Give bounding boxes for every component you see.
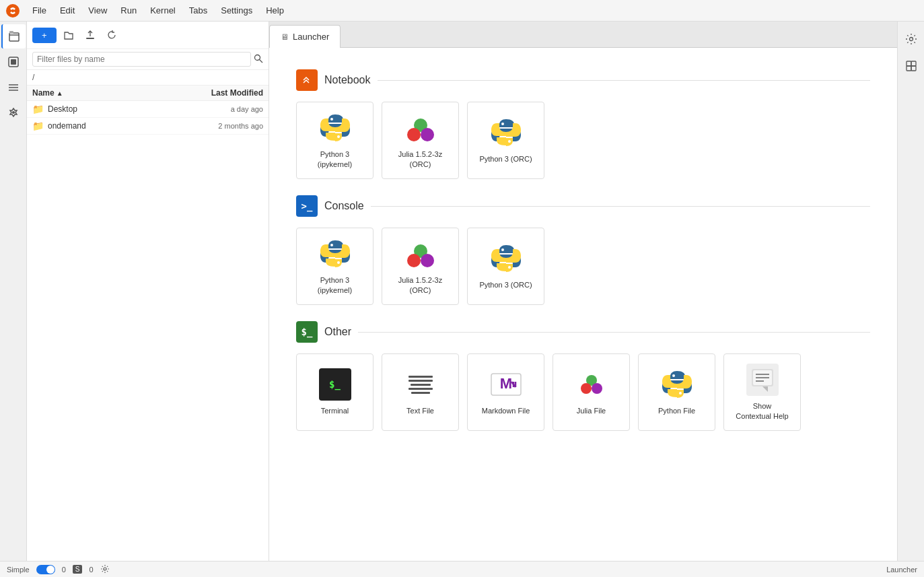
settings-icon-right[interactable] [899,27,923,51]
svg-text:M: M [499,375,511,392]
right-sidebar [897,22,924,561]
sidebar-icon-running[interactable] [1,50,26,74]
console-card-julia-label: Julia 1.5.2-3z(ORC) [398,275,442,295]
breadcrumb: / [27,70,269,86]
svg-point-24 [421,254,434,267]
name-column-header[interactable]: Name ▲ [32,88,176,98]
modified-column-header[interactable]: Last Modified [176,88,263,98]
svg-point-14 [337,135,340,138]
console-card-py3-orc[interactable]: Python 3 (ORC) [467,228,544,305]
folder-icon: 📁 [32,104,44,114]
other-card-text-file-label: Text File [406,406,434,415]
simple-toggle[interactable] [36,565,55,574]
other-card-julia-file[interactable]: Julia File [553,353,630,431]
search-input[interactable] [32,52,251,67]
menu-kernel[interactable]: Kernel [145,4,181,17]
notebook-card-julia-label: Julia 1.5.2-3z(ORC) [398,149,442,169]
console-cards-row: Python 3(ipykernel) Julia 1.5.2-3z(ORC) [296,228,870,305]
notebook-section-title: Notebook [324,74,371,86]
other-card-julia-file-label: Julia File [577,406,606,415]
svg-point-21 [337,261,340,264]
svg-point-30 [581,383,592,394]
console-divider [371,206,870,207]
console-section-header: >_ Console [296,195,870,217]
file-browser: + / Name ▲ Last Modified [27,22,269,561]
svg-point-0 [6,4,20,18]
file-item-desktop[interactable]: 📁 Desktop a day ago [27,101,269,118]
other-card-contextual-help[interactable]: ShowContextual Help [723,353,801,431]
notebook-card-py3-ipykernel-label: Python 3(ipykernel) [318,149,352,169]
svg-rect-2 [9,31,13,34]
statusbar: Simple 0 S 0 Launcher [0,561,924,577]
menu-edit[interactable]: Edit [55,4,80,17]
notebook-section-header: Notebook [296,69,870,91]
file-modified: a day ago [176,105,263,113]
svg-point-44 [104,568,106,570]
svg-rect-42 [907,66,911,71]
svg-point-18 [501,123,504,125]
file-item-ondemand[interactable]: 📁 ondemand 2 months ago [27,118,269,135]
new-button[interactable]: + [32,28,57,43]
menu-file[interactable]: File [27,4,52,17]
menu-view[interactable]: View [83,4,112,17]
toggle-track[interactable] [36,565,55,574]
launcher-tab-label: Launcher [293,32,329,42]
console-section-icon: >_ [296,195,318,217]
console-card-julia[interactable]: Julia 1.5.2-3z(ORC) [382,228,459,305]
other-cards-row: $_ Terminal Text File [296,353,870,431]
svg-point-39 [909,38,913,41]
svg-point-25 [501,248,504,251]
other-card-markdown-label: Markdown File [482,406,530,415]
menu-run[interactable]: Run [115,4,142,17]
svg-rect-41 [911,61,916,66]
statusbar-gear-icon[interactable] [100,564,110,575]
notebook-card-py3-orc[interactable]: Python 3 (ORC) [467,102,544,179]
svg-point-17 [421,128,434,141]
console-card-py3-ipykernel[interactable]: Python 3(ipykernel) [296,228,374,305]
other-card-python-file[interactable]: Python File [638,353,715,431]
search-bar [27,49,269,70]
statusbar-count1: 0 [62,566,66,574]
launcher-content: Notebook Python 3(ipykernel) [269,47,897,561]
menu-help[interactable]: Help [260,4,289,17]
svg-rect-1 [9,33,19,41]
other-card-text-file[interactable]: Text File [382,353,459,431]
notebook-card-julia[interactable]: Julia 1.5.2-3z(ORC) [382,102,459,179]
statusbar-s-icon: S [73,565,83,574]
statusbar-right-label: Launcher [886,566,917,574]
console-card-py3-orc-label: Python 3 (ORC) [479,280,532,290]
svg-rect-40 [907,61,911,66]
notebook-cards-row: Python 3(ipykernel) Julia 1.5.2-3z(ORC) [296,102,870,179]
app-logo [5,3,20,18]
other-card-markdown-file[interactable]: M Markdown File [467,353,544,431]
notebook-card-py3-orc-label: Python 3 (ORC) [479,154,532,164]
menu-tabs[interactable]: Tabs [184,4,213,17]
sidebar-icon-commands[interactable] [1,75,26,100]
notebook-card-py3-ipykernel[interactable]: Python 3(ipykernel) [296,102,374,179]
console-section-title: Console [324,200,364,212]
svg-point-31 [592,383,602,394]
upload-button[interactable] [81,26,100,44]
other-card-terminal[interactable]: $_ Terminal [296,353,374,431]
statusbar-count2: 0 [89,566,93,574]
terminal-icon: $_ [319,368,351,401]
refresh-button[interactable] [102,26,121,44]
search-icon[interactable] [254,54,263,65]
sidebar-icon-files[interactable] [1,24,26,48]
svg-point-8 [12,111,15,114]
open-folder-button[interactable] [59,26,78,44]
menu-settings[interactable]: Settings [215,4,258,17]
other-section-title: Other [324,326,351,338]
contextual-help-icon [746,364,779,396]
sidebar-icons [0,22,27,561]
other-card-python-file-label: Python File [658,406,695,415]
other-card-terminal-label: Terminal [321,406,349,415]
launcher-tab[interactable]: 🖥 Launcher [269,25,341,48]
other-card-contextual-help-label: ShowContextual Help [736,401,788,421]
extension-icon-right[interactable] [899,54,923,78]
sidebar-icon-extensions[interactable] [1,101,26,125]
file-list: 📁 Desktop a day ago 📁 ondemand 2 months … [27,101,269,561]
other-divider [358,332,870,333]
launcher-tab-icon: 🖥 [281,32,289,42]
svg-point-19 [508,140,511,143]
